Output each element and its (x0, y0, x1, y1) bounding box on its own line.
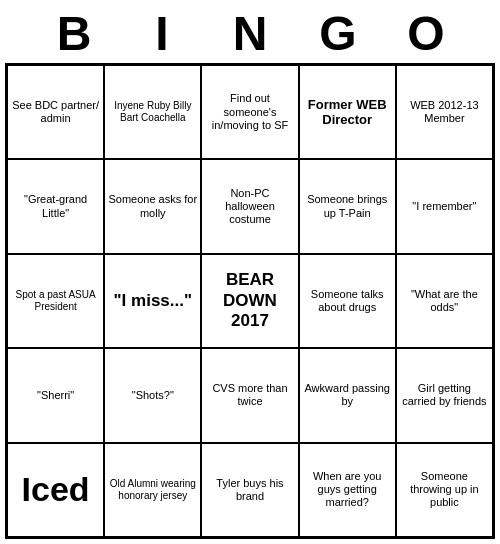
bingo-letter-b: B (30, 6, 118, 61)
bingo-cell-18: Awkward passing by (299, 348, 396, 442)
bingo-letter-n: N (206, 6, 294, 61)
bingo-cell-22: Tyler buys his brand (201, 443, 298, 537)
bingo-cell-4: WEB 2012-13 Member (396, 65, 493, 159)
bingo-cell-24: Someone throwing up in public (396, 443, 493, 537)
bingo-cell-2: Find out someone's in/moving to SF (201, 65, 298, 159)
bingo-cell-8: Someone brings up T-Pain (299, 159, 396, 253)
bingo-cell-10: Spot a past ASUA President (7, 254, 104, 348)
bingo-cell-12: BEAR DOWN 2017 (201, 254, 298, 348)
bingo-cell-17: CVS more than twice (201, 348, 298, 442)
bingo-grid: See BDC partner/ adminInyene Ruby Billy … (5, 63, 495, 539)
bingo-cell-23: When are you guys getting married? (299, 443, 396, 537)
bingo-cell-19: Girl getting carried by friends (396, 348, 493, 442)
bingo-cell-5: "Great-grand Little" (7, 159, 104, 253)
bingo-cell-0: See BDC partner/ admin (7, 65, 104, 159)
bingo-header: BINGO (0, 0, 500, 63)
bingo-cell-13: Someone talks about drugs (299, 254, 396, 348)
bingo-cell-11: "I miss..." (104, 254, 201, 348)
bingo-cell-7: Non-PC halloween costume (201, 159, 298, 253)
bingo-cell-3: Former WEB Director (299, 65, 396, 159)
bingo-cell-1: Inyene Ruby Billy Bart Coachella (104, 65, 201, 159)
bingo-cell-9: "I remember" (396, 159, 493, 253)
bingo-cell-15: "Sherri" (7, 348, 104, 442)
bingo-cell-6: Someone asks for molly (104, 159, 201, 253)
bingo-cell-21: Old Alumni wearing honorary jersey (104, 443, 201, 537)
bingo-letter-o: O (382, 6, 470, 61)
bingo-cell-14: "What are the odds" (396, 254, 493, 348)
bingo-letter-i: I (118, 6, 206, 61)
bingo-cell-20: Iced (7, 443, 104, 537)
bingo-cell-16: "Shots?" (104, 348, 201, 442)
bingo-letter-g: G (294, 6, 382, 61)
